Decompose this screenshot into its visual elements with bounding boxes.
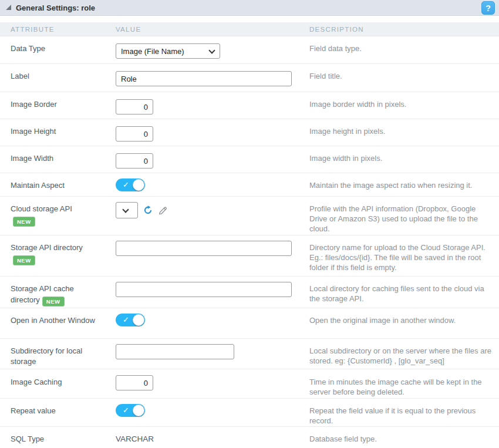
row-image-width: Image Width Image width in pixels. (0, 146, 499, 173)
attribute-label: Repeat value (11, 404, 96, 426)
attribute-label: Image Border (11, 99, 96, 119)
collapse-triangle-icon[interactable] (6, 5, 11, 10)
check-icon: ✓ (123, 406, 129, 415)
row-image-height: Image Height Image height in pixels. (0, 119, 499, 146)
description: Database field type. (309, 434, 494, 448)
row-data-type: Data Type Image (File Name) Field data t… (0, 36, 499, 64)
row-storage-api-directory: Storage API directoryNEW Directory name … (0, 235, 499, 277)
row-sql-type: SQL Type VARCHAR Database field type. (0, 427, 499, 448)
description: Image height in pixels. (309, 126, 494, 146)
help-button[interactable]: ? (481, 1, 495, 15)
description: Maintain the image aspect ratio when res… (309, 178, 494, 196)
description: Local directory for caching files sent t… (309, 282, 494, 308)
new-badge: NEW (13, 255, 35, 265)
attribute-label: Label (11, 71, 96, 92)
new-badge: NEW (13, 217, 35, 227)
new-badge: NEW (42, 297, 65, 306)
description: Open the original image in another windo… (309, 314, 494, 338)
description: Profile with the API information (Dropbo… (309, 202, 494, 235)
toggle-knob (133, 314, 144, 326)
attribute-label: Image Caching (11, 375, 96, 398)
attribute-label: Storage API directoryNEW (11, 241, 96, 276)
column-description: DESCRIPTION (309, 26, 499, 33)
row-repeat-value: Repeat value ✓ Repeat the field value if… (0, 399, 499, 427)
attribute-label: SQL Type (11, 434, 96, 448)
row-cloud-storage-api: Cloud storage APINEW (0, 197, 499, 235)
attribute-label: Subdirectory for local storage (11, 344, 96, 369)
attribute-label: Storage API cache directoryNEW (11, 282, 96, 308)
description: Image border width in pixels. (309, 99, 494, 119)
general-settings-panel: General Settings: role ? ATTRIBUTE VALUE… (0, 0, 499, 448)
storage-api-cache-directory-input (116, 282, 292, 297)
column-attribute: ATTRIBUTE (11, 26, 116, 33)
sql-type-value: VARCHAR (116, 434, 309, 448)
attribute-label: Maintain Aspect (11, 178, 96, 196)
panel-header: General Settings: role ? (0, 0, 499, 16)
description: Local subdirectory or on the server wher… (309, 344, 494, 369)
check-icon: ✓ (123, 180, 129, 190)
repeat-value-toggle[interactable]: ✓ (116, 404, 145, 417)
description: Repeat the field value if it is equal to… (309, 404, 494, 426)
attribute-label: Cloud storage APINEW (11, 202, 96, 235)
row-image-border: Image Border Image border width in pixel… (0, 92, 499, 119)
description: Image width in pixels. (309, 153, 494, 173)
table-column-header: ATTRIBUTE VALUE DESCRIPTION (0, 22, 499, 36)
header-gap (0, 16, 499, 22)
data-type-select[interactable]: Image (File Name) (116, 43, 220, 59)
image-caching-input[interactable] (116, 375, 153, 390)
check-icon: ✓ (123, 315, 129, 325)
maintain-aspect-toggle[interactable]: ✓ (116, 178, 145, 191)
description: Time in minutes the image cache will be … (309, 375, 494, 398)
column-value: VALUE (116, 26, 309, 33)
description: Directory name for upload to the Cloud S… (309, 241, 494, 276)
row-storage-api-cache-directory: Storage API cache directoryNEW Local dir… (0, 277, 499, 308)
pencil-icon[interactable] (158, 206, 168, 215)
row-label: Label Field title. (0, 64, 499, 92)
image-border-input[interactable] (116, 99, 153, 114)
subdirectory-input[interactable] (116, 344, 234, 359)
toggle-knob (133, 179, 144, 191)
attribute-label: Data Type (11, 43, 96, 63)
data-type-select-wrap: Image (File Name) (116, 43, 220, 59)
row-image-caching: Image Caching Time in minutes the image … (0, 369, 499, 399)
panel-title: General Settings: role (16, 4, 95, 12)
description: Field title. (309, 71, 494, 92)
attribute-label: Image Width (11, 153, 96, 173)
storage-api-directory-input (116, 241, 292, 256)
toggle-knob (133, 405, 144, 416)
image-width-input[interactable] (116, 153, 153, 169)
open-in-another-window-toggle[interactable]: ✓ (116, 314, 145, 326)
row-subdirectory-local-storage: Subdirectory for local storage Local sub… (0, 339, 499, 369)
attribute-label: Image Height (11, 126, 96, 146)
description: Field data type. (309, 43, 494, 63)
refresh-icon[interactable] (143, 206, 153, 215)
cloud-api-select-wrap (116, 202, 138, 218)
row-maintain-aspect: Maintain Aspect ✓ Maintain the image asp… (0, 173, 499, 197)
cloud-api-select[interactable] (116, 202, 138, 218)
image-height-input[interactable] (116, 126, 153, 142)
attribute-label: Open in Another Window (11, 314, 96, 338)
row-open-in-another-window: Open in Another Window ✓ Open the origin… (0, 308, 499, 339)
label-input[interactable] (116, 71, 292, 86)
